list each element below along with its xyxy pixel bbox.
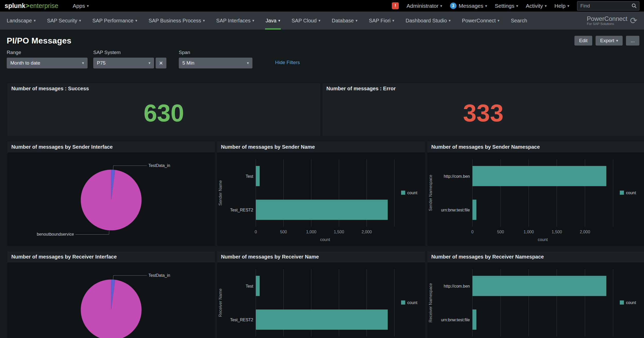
- nav-item-label: PowerConnect: [462, 18, 496, 24]
- receiver-interface-pie-chart[interactable]: TestData_inbenoutboundservice: [7, 262, 215, 338]
- apps-menu-label: Apps: [73, 3, 85, 9]
- caret-down-icon: ▾: [567, 4, 569, 8]
- sender-name-bar-chart[interactable]: 05001,0001,5002,000countSender NameTestT…: [217, 153, 425, 246]
- svg-text:Sender Namespace: Sender Namespace: [428, 175, 433, 211]
- nav-item-database[interactable]: Database▾: [332, 12, 358, 30]
- span-filter: Span 5 Min ▾: [179, 50, 252, 68]
- sender-namespace-bar-chart[interactable]: 05001,0001,5002,000countSender Namespace…: [427, 153, 644, 246]
- administrator-menu[interactable]: Administrator ▾: [406, 3, 442, 9]
- sap-system-filter-label: SAP System: [93, 50, 166, 55]
- receiver-namespace-bar-chart[interactable]: 05001,0001,5002,000countReceiver Namespa…: [427, 262, 644, 338]
- settings-menu-label: Settings: [495, 3, 514, 9]
- panel-receiver-namespace: Number of messages by Receiver Namespace…: [427, 251, 644, 338]
- caret-down-icon: ▾: [440, 4, 442, 8]
- caret-down-icon: ▾: [242, 61, 249, 65]
- span-filter-select[interactable]: 5 Min ▾: [179, 58, 252, 68]
- svg-text:Test_REST2: Test_REST2: [230, 318, 253, 322]
- caret-down-icon: ▾: [87, 4, 89, 8]
- caret-down-icon: ▾: [77, 61, 84, 65]
- svg-text:500: 500: [280, 230, 287, 234]
- splunk-logo-enterprise: enterprise: [30, 2, 58, 10]
- nav-item-label: SAP Fiori: [369, 18, 391, 24]
- messages-menu[interactable]: 3 Messages ▾: [450, 3, 487, 9]
- nav-item-sap-cloud[interactable]: SAP Cloud▾: [292, 12, 320, 30]
- panel-title: Number of messages by Sender Name: [217, 141, 425, 153]
- panel-title: Number of messages by Receiver Name: [217, 251, 425, 262]
- nav-item-label: Search: [511, 18, 527, 24]
- receiver-name-bar-chart[interactable]: 05001,0001,5002,000countReceiver NameTes…: [217, 262, 425, 338]
- panel-title: Number of messages by Receiver Namespace: [427, 251, 644, 262]
- caret-down-icon: ▾: [497, 18, 499, 23]
- nav-item-powerconnect[interactable]: PowerConnect▾: [462, 12, 499, 30]
- splunk-logo[interactable]: splunk>enterprise: [5, 2, 58, 10]
- nav-item-label: SAP Cloud: [292, 18, 317, 24]
- svg-text:http://com.ben: http://com.ben: [444, 284, 470, 288]
- nav-item-sap-fiori[interactable]: SAP Fiori▾: [369, 12, 394, 30]
- find-input[interactable]: [577, 1, 639, 11]
- apps-menu[interactable]: Apps ▾: [73, 3, 89, 9]
- panel-title: Number of messages by Receiver Interface: [7, 251, 215, 262]
- svg-text:500: 500: [497, 230, 504, 234]
- nav-item-label: SAP Business Process: [149, 18, 201, 24]
- svg-text:count: count: [407, 191, 418, 195]
- caret-down-icon: ▾: [34, 18, 36, 23]
- caret-down-icon: ▾: [392, 18, 394, 23]
- export-button-label: Export: [600, 38, 614, 43]
- nav-item-landscape[interactable]: Landscape▾: [7, 12, 36, 30]
- nav-item-label: SAP Interfaces: [216, 18, 250, 24]
- success-count-value: 630: [7, 94, 320, 136]
- sap-system-filter-select[interactable]: P75 ▾: [93, 58, 154, 68]
- nav-item-label: SAP Security: [47, 18, 77, 24]
- nav-item-label: Database: [332, 18, 354, 24]
- caret-down-icon: ▾: [355, 18, 358, 23]
- edit-button[interactable]: Edit: [574, 36, 592, 46]
- svg-text:TestData_in: TestData_in: [148, 273, 170, 278]
- range-filter: Range Month to date ▾: [7, 50, 88, 68]
- svg-text:Receiver Namespace: Receiver Namespace: [428, 283, 433, 322]
- nav-item-label: SAP Performance: [92, 18, 133, 24]
- caret-down-icon: ▾: [616, 38, 618, 43]
- splunk-logo-text: splunk: [5, 2, 26, 10]
- help-menu[interactable]: Help ▾: [554, 3, 569, 9]
- svg-text:TestData_in: TestData_in: [148, 163, 170, 168]
- nav-item-sap-business-process[interactable]: SAP Business Process▾: [149, 12, 205, 30]
- nav-item-sap-security[interactable]: SAP Security▾: [47, 12, 81, 30]
- svg-text:Test_REST2: Test_REST2: [230, 208, 253, 212]
- svg-text:1,000: 1,000: [306, 230, 316, 234]
- nav-item-sap-interfaces[interactable]: SAP Interfaces▾: [216, 12, 254, 30]
- span-filter-label: Span: [179, 50, 252, 55]
- nav-item-label: Java: [266, 18, 276, 24]
- caret-down-icon: ▾: [252, 18, 254, 23]
- nav-item-sap-performance[interactable]: SAP Performance▾: [92, 12, 137, 30]
- svg-text:count: count: [407, 300, 418, 305]
- svg-text:2,000: 2,000: [361, 230, 372, 234]
- caret-down-icon: ▾: [203, 18, 205, 23]
- clear-sap-system-button[interactable]: ✕: [156, 58, 166, 68]
- svg-text:count: count: [626, 300, 636, 305]
- more-actions-button[interactable]: ...: [626, 36, 639, 46]
- nav-item-label: Landscape: [7, 18, 32, 24]
- hide-filters-link[interactable]: Hide Filters: [275, 60, 300, 65]
- caret-down-icon: ▾: [144, 61, 150, 65]
- range-filter-value: Month to date: [10, 60, 40, 66]
- search-icon[interactable]: [631, 3, 637, 9]
- caret-down-icon: ▾: [485, 4, 487, 8]
- caret-down-icon: ▾: [79, 18, 81, 23]
- nav-item-java[interactable]: Java▾: [266, 12, 280, 30]
- settings-menu[interactable]: Settings ▾: [495, 3, 518, 9]
- export-button[interactable]: Export ▾: [596, 36, 623, 46]
- range-filter-select[interactable]: Month to date ▾: [7, 58, 88, 68]
- administrator-menu-label: Administrator: [406, 3, 438, 9]
- nav-item-label: Dashboard Studio: [406, 18, 447, 24]
- svg-text:1,500: 1,500: [552, 230, 562, 234]
- alert-icon[interactable]: !: [392, 2, 399, 9]
- caret-down-icon: ▾: [516, 4, 518, 8]
- svg-text:Test: Test: [245, 284, 253, 288]
- nav-item-dashboard-studio[interactable]: Dashboard Studio▾: [406, 12, 451, 30]
- activity-menu[interactable]: Activity ▾: [526, 3, 547, 9]
- sender-interface-pie-chart[interactable]: TestData_inbenoutboundservice: [7, 153, 215, 246]
- sap-system-filter-value: P75: [97, 60, 106, 66]
- nav-item-search[interactable]: Search: [511, 12, 527, 30]
- panel-title: Number of messages by Sender Interface: [7, 141, 215, 153]
- splunk-logo-gt: >: [26, 2, 30, 10]
